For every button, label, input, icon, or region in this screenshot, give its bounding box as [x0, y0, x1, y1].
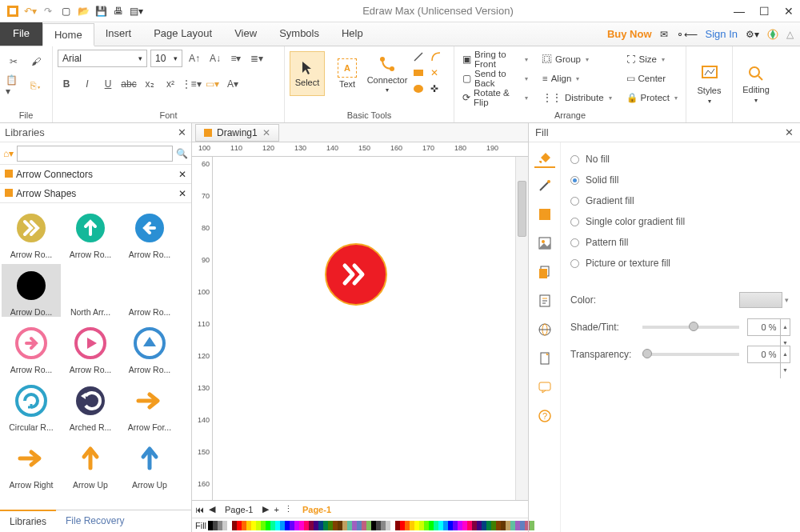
grow-font-icon[interactable]: A↑ [186, 50, 203, 67]
strike-button[interactable]: abc [120, 75, 138, 93]
shape-item[interactable]: Arrow For... [120, 379, 179, 432]
page-tab-1[interactable]: Page-1 [220, 503, 258, 516]
doc-tab-close-icon[interactable]: ✕ [262, 127, 270, 138]
tab-help[interactable]: Help [330, 22, 374, 46]
font-size-combo[interactable]: 10▾ [150, 50, 182, 67]
page-tab-active[interactable]: Page-1 [298, 503, 336, 516]
fill-option[interactable]: Pattern fill [570, 232, 790, 253]
category-arrow-connectors[interactable]: Arrow Connectors✕ [0, 165, 191, 184]
page-menu-icon[interactable]: ⋮ [284, 504, 293, 514]
paste-icon[interactable]: 📋▾ [5, 77, 22, 94]
color-dropdown-icon[interactable]: ▾ [782, 296, 790, 304]
scrollbar-vertical[interactable] [515, 157, 528, 500]
comment-tab-icon[interactable] [534, 378, 555, 398]
shape-item[interactable]: Arrow Ro... [61, 322, 120, 374]
line-tool-icon[interactable] [413, 51, 424, 62]
shape-item[interactable]: Arrow Ro... [2, 206, 61, 259]
page-nav-next-icon[interactable]: ▶ [262, 504, 269, 514]
sign-in-link[interactable]: Sign In [706, 28, 738, 40]
undo-icon[interactable]: ↶▾ [24, 5, 37, 18]
delete-tool-icon[interactable]: ✕ [430, 67, 438, 78]
help-tab-icon[interactable]: ? [534, 406, 555, 427]
canvas-page[interactable] [213, 157, 515, 500]
category-arrow-shapes[interactable]: Arrow Shapes✕ [0, 184, 191, 203]
color-swatch[interactable] [739, 292, 782, 308]
fill-option[interactable]: Solid fill [570, 170, 790, 190]
shape-item[interactable]: Arrow Right [2, 437, 61, 490]
group-button[interactable]: ⿴Group [539, 51, 615, 67]
tab-insert[interactable]: Insert [94, 22, 143, 46]
tab-page-layout[interactable]: Page Layout [142, 22, 223, 46]
shrink-font-icon[interactable]: A↓ [206, 50, 224, 67]
close-button[interactable]: ✕ [784, 5, 794, 18]
trans-slider[interactable] [642, 353, 739, 356]
open-icon[interactable]: 📂 [77, 5, 90, 18]
rotate-flip-button[interactable]: ⟳Rotate & Flip [459, 90, 531, 106]
page-tab-icon[interactable] [534, 349, 555, 370]
connector-tool[interactable]: Connector ▾ [370, 51, 405, 96]
fill-option[interactable]: Gradient fill [570, 190, 790, 211]
size-button[interactable]: ⛶Size [623, 51, 681, 67]
copy-icon[interactable]: ⎘▾ [27, 77, 45, 94]
editing-button[interactable]: Editing▾ [738, 65, 774, 104]
font-color-button[interactable]: A▾ [224, 75, 242, 93]
shape-item[interactable]: Arrow Ro... [120, 322, 179, 374]
page-nav-first-icon[interactable]: ⏮ [195, 505, 204, 514]
center-button[interactable]: ▭Center [623, 70, 681, 86]
align-button[interactable]: ≡Align [539, 70, 615, 86]
arrow-shape-on-canvas[interactable] [325, 243, 387, 306]
tab-file-recovery[interactable]: File Recovery [56, 510, 134, 532]
page-nav-prev-icon[interactable]: ◀ [209, 504, 215, 514]
settings-icon[interactable]: ⚙▾ [746, 29, 759, 40]
search-icon[interactable]: 🔍 [176, 148, 188, 159]
line-spacing-icon[interactable]: ≣▾ [248, 50, 266, 67]
fill-tab-icon[interactable] [534, 147, 555, 168]
bullets-button[interactable]: ⋮≡▾ [182, 75, 200, 93]
shape-item[interactable]: Arched R... [61, 379, 120, 432]
rect-tool-icon[interactable] [413, 67, 424, 78]
libraries-close-icon[interactable]: ✕ [178, 126, 186, 138]
align-text-icon[interactable]: ≡▾ [227, 50, 245, 67]
trans-value[interactable]: 0 %▲▼ [747, 346, 790, 363]
arc-tool-icon[interactable] [430, 51, 442, 62]
bold-button[interactable]: B [58, 75, 75, 93]
save-icon[interactable]: 💾 [94, 5, 107, 18]
shape-item[interactable]: North Arr... [61, 264, 120, 317]
tab-symbols[interactable]: Symbols [268, 22, 330, 46]
tab-home[interactable]: Home [42, 23, 94, 46]
print-icon[interactable]: 🖶 [112, 5, 125, 18]
logo-icon[interactable] [767, 29, 778, 40]
subscript-button[interactable]: x₂ [141, 75, 158, 93]
paintbrush-icon[interactable]: 🖌 [27, 53, 45, 70]
shape-item[interactable]: Arrow Ro... [2, 322, 61, 374]
home-icon[interactable]: ⌂▾ [3, 148, 14, 159]
underline-button[interactable]: U [99, 75, 117, 93]
shape-item[interactable]: Arrow Up [61, 437, 120, 490]
web-tab-icon[interactable] [534, 320, 555, 341]
fill-panel-close-icon[interactable]: ✕ [785, 126, 794, 138]
line-tab-icon[interactable] [534, 176, 555, 197]
options-icon[interactable]: ▤▾ [130, 5, 142, 18]
file-menu[interactable]: File [0, 22, 42, 46]
collapse-ribbon-icon[interactable]: △ [786, 29, 794, 40]
text-tool[interactable]: A Text [330, 51, 365, 96]
superscript-button[interactable]: x² [162, 75, 179, 93]
email-icon[interactable]: ✉ [660, 29, 668, 40]
cut-icon[interactable]: ✂ [5, 53, 22, 70]
protect-button[interactable]: 🔒Protect [623, 90, 681, 106]
library-search-input[interactable] [17, 146, 173, 162]
maximize-button[interactable]: ☐ [759, 5, 770, 18]
shade-slider[interactable] [642, 326, 739, 329]
font-name-combo[interactable]: Arial▾ [58, 50, 147, 67]
shape-item[interactable]: Arrow Ro... [120, 206, 179, 259]
redo-icon[interactable]: ↷ [42, 5, 54, 18]
add-page-icon[interactable]: + [274, 505, 278, 514]
shape-item[interactable]: Arrow Ro... [61, 206, 120, 259]
shape-item[interactable]: Circular R... [2, 379, 61, 432]
highlight-button[interactable]: ▭▾ [203, 75, 221, 93]
tab-view[interactable]: View [223, 22, 268, 46]
select-tool[interactable]: Select [290, 51, 325, 96]
new-icon[interactable]: ▢ [59, 5, 72, 18]
shape-item[interactable]: Arrow Do... [2, 264, 61, 317]
layer-tab-icon[interactable] [534, 262, 555, 283]
